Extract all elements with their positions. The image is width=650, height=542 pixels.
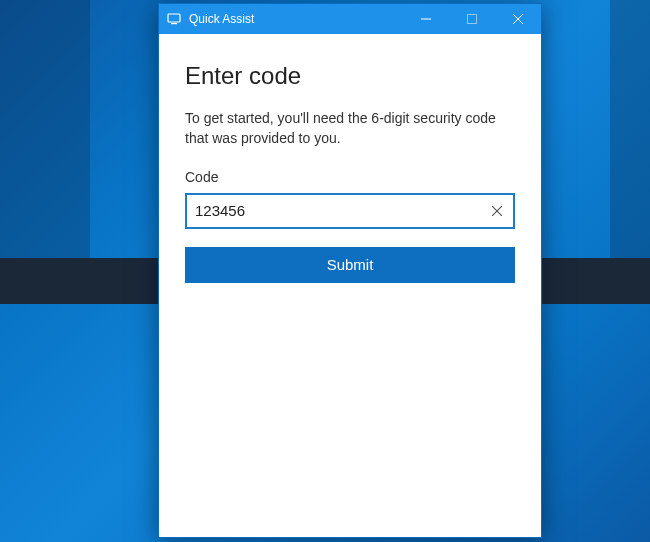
svg-rect-3 xyxy=(468,15,477,24)
code-input-wrapper xyxy=(185,193,515,229)
clear-input-button[interactable] xyxy=(481,195,513,227)
code-input[interactable] xyxy=(187,195,481,227)
window-content: Enter code To get started, you'll need t… xyxy=(159,34,541,303)
submit-button[interactable]: Submit xyxy=(185,247,515,283)
code-label: Code xyxy=(185,169,515,185)
titlebar[interactable]: Quick Assist xyxy=(159,4,541,34)
window-title: Quick Assist xyxy=(189,12,254,26)
close-button[interactable] xyxy=(495,4,541,34)
quick-assist-window: Quick Assist Enter code To get xyxy=(158,3,542,538)
instructions-text: To get started, you'll need the 6-digit … xyxy=(185,108,515,149)
minimize-icon xyxy=(421,14,431,24)
page-heading: Enter code xyxy=(185,62,515,90)
minimize-button[interactable] xyxy=(403,4,449,34)
svg-rect-0 xyxy=(168,14,180,22)
window-controls xyxy=(403,4,541,34)
maximize-icon xyxy=(467,14,477,24)
clear-icon xyxy=(492,206,502,216)
app-icon xyxy=(159,12,189,26)
svg-rect-1 xyxy=(171,23,177,24)
maximize-button xyxy=(449,4,495,34)
close-icon xyxy=(513,14,523,24)
